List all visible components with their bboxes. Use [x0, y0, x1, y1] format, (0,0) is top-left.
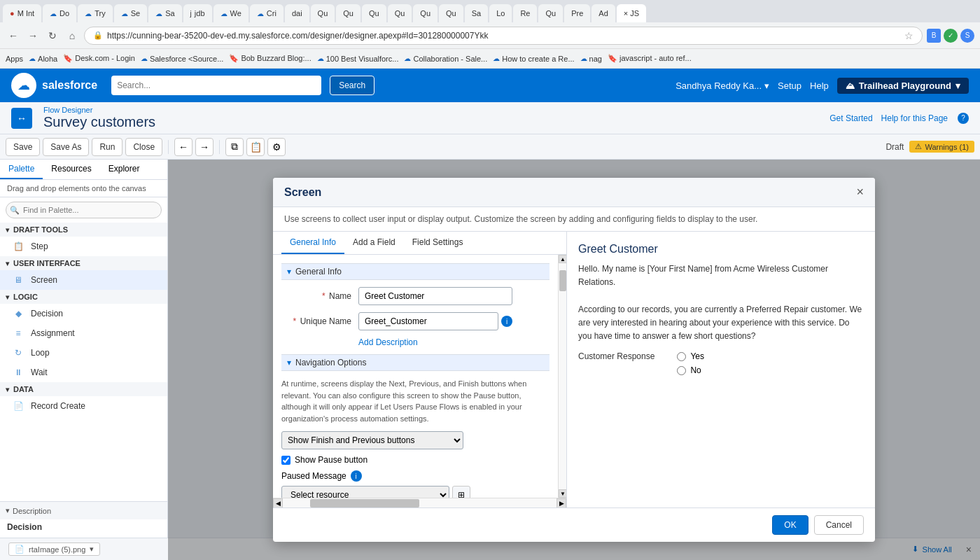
help-page-link[interactable]: Help for this Page — [881, 113, 948, 123]
sf-username: Sandhya Reddy Ka... — [676, 80, 762, 91]
v-scroll-down-btn[interactable]: ▼ — [559, 489, 566, 498]
name-input[interactable] — [358, 287, 512, 305]
tab-qu2[interactable]: Qu — [336, 4, 360, 22]
salesforce-cloud-icon: ☁ — [18, 78, 30, 93]
redo-button[interactable]: → — [195, 138, 214, 156]
bookmark-desk[interactable]: 🔖 Desk.com - Login — [63, 54, 135, 63]
nav-dropdown[interactable]: Show Finish and Previous buttonsShow Pre… — [281, 431, 463, 449]
name-row: * Name — [281, 287, 550, 305]
sf-trailhead-btn[interactable]: ⛰ Trailhead Playground ▾ — [837, 78, 969, 94]
unique-name-input[interactable] — [358, 312, 498, 330]
sf-user-menu[interactable]: Sandhya Reddy Ka... ▾ — [676, 80, 769, 91]
resource-format-btn[interactable]: ⊞ — [452, 486, 470, 498]
warnings-badge[interactable]: ⚠ Warnings (1) — [909, 141, 974, 153]
back-btn[interactable]: ← — [6, 28, 21, 43]
modal-tab-general[interactable]: General Info — [281, 232, 344, 254]
record-create-label: Record Create — [31, 401, 85, 411]
sf-help-link[interactable]: Help — [810, 80, 829, 91]
bottom-file-dropdown[interactable]: ▾ — [90, 545, 94, 554]
palette-item-record-create[interactable]: 📄 Record Create — [0, 396, 167, 416]
paused-msg-info-icon[interactable]: i — [351, 470, 362, 482]
tab-qu1[interactable]: Qu — [311, 4, 335, 22]
tab-gmail[interactable]: ● M Int — [3, 4, 41, 22]
run-button[interactable]: Run — [92, 138, 122, 156]
tab-re[interactable]: Re — [513, 4, 537, 22]
palette-item-loop[interactable]: ↻ Loop — [0, 343, 167, 363]
cancel-button[interactable]: Cancel — [814, 515, 864, 535]
close-button[interactable]: Close — [125, 138, 162, 156]
ok-button[interactable]: OK — [772, 515, 808, 535]
paste-button[interactable]: 📋 — [246, 138, 265, 156]
modal-tab-add-field[interactable]: Add a Field — [344, 232, 404, 254]
tab-lo[interactable]: Lo — [489, 4, 512, 22]
bookmark-apps[interactable]: Apps — [6, 55, 23, 63]
palette-item-step[interactable]: 📋 Step — [0, 237, 167, 256]
tab-qu5[interactable]: Qu — [413, 4, 438, 22]
h-scroll-left-btn[interactable]: ◀ — [273, 498, 283, 508]
save-as-button[interactable]: Save As — [43, 138, 89, 156]
tab-se[interactable]: ☁ Se — [114, 4, 147, 22]
tab-try[interactable]: ☁ Try — [78, 4, 112, 22]
tab-resources[interactable]: Resources — [43, 160, 99, 179]
v-scroll-up-btn[interactable]: ▲ — [559, 255, 566, 263]
palette-item-decision[interactable]: ◆ Decision — [0, 304, 167, 323]
section-user-interface[interactable]: ▾ USER INTERFACE — [0, 256, 167, 270]
tab-active[interactable]: × JS — [617, 4, 646, 22]
h-scroll-right-btn[interactable]: ▶ — [556, 498, 566, 508]
bookmark-howto[interactable]: ☁ How to create a Re... — [493, 55, 574, 63]
tab-do[interactable]: ☁ Do — [43, 4, 76, 22]
home-btn[interactable]: ⌂ — [64, 28, 80, 43]
palette-search-input[interactable] — [6, 202, 162, 218]
radio-yes-input[interactable] — [677, 352, 686, 361]
section-logic[interactable]: ▾ LOGIC — [0, 290, 167, 304]
tab-sa[interactable]: ☁ Sa — [148, 4, 181, 22]
bookmark-sf-source[interactable]: ☁ Salesforce <Source... — [141, 55, 223, 63]
left-panel: Palette Resources Explorer Drag and drop… — [0, 160, 168, 560]
sf-nav-right: Sandhya Reddy Ka... ▾ Setup Help ⛰ Trail… — [676, 78, 969, 94]
tab-ad[interactable]: Ad — [592, 4, 615, 22]
radio-no-input[interactable] — [677, 366, 686, 375]
tab-dai[interactable]: dai — [285, 4, 309, 22]
desc-header[interactable]: ▾ Description — [0, 502, 167, 519]
forward-btn[interactable]: → — [25, 28, 41, 43]
bookmark-js[interactable]: 🔖 javascript - auto ref... — [608, 54, 692, 63]
tab-palette[interactable]: Palette — [0, 160, 43, 179]
tab-pre[interactable]: Pre — [564, 4, 590, 22]
save-button[interactable]: Save — [6, 138, 40, 156]
warning-icon: ⚠ — [915, 142, 922, 151]
sf-setup-link[interactable]: Setup — [778, 80, 802, 91]
bookmark-aloha[interactable]: ☁ Aloha — [29, 55, 57, 63]
bookmark-nag[interactable]: ☁ nag — [580, 55, 602, 63]
get-started-link[interactable]: Get Started — [830, 113, 872, 123]
tab-qu6[interactable]: Qu — [439, 4, 463, 22]
tab-qu4[interactable]: Qu — [388, 4, 412, 22]
bookmark-collab[interactable]: ☁ Collaboration - Sale... — [404, 55, 487, 63]
tab-sa2[interactable]: Sa — [465, 4, 488, 22]
palette-item-wait[interactable]: ⏸ Wait — [0, 363, 167, 382]
refresh-btn[interactable]: ↻ — [45, 28, 60, 43]
show-pause-checkbox[interactable] — [281, 456, 290, 465]
palette-item-assignment[interactable]: ≡ Assignment — [0, 323, 167, 343]
tab-qu3[interactable]: Qu — [362, 4, 386, 22]
modal-close-btn[interactable]: × — [856, 185, 864, 200]
copy-button[interactable]: ⧉ — [225, 138, 244, 156]
tab-jdb[interactable]: j jdb — [183, 4, 212, 22]
resource-select[interactable]: Select resource — [281, 486, 449, 498]
bookmark-icon[interactable]: ☆ — [904, 30, 913, 41]
add-description-link[interactable]: Add Description — [358, 337, 418, 347]
section-draft-tools[interactable]: ▾ DRAFT TOOLS — [0, 223, 167, 237]
bookmark-bob[interactable]: 🔖 Bob Buzzard Blog:... — [229, 54, 311, 63]
sf-search-input[interactable] — [111, 76, 321, 95]
unique-name-info-icon[interactable]: i — [501, 316, 512, 327]
settings-button[interactable]: ⚙ — [267, 138, 286, 156]
tab-explorer[interactable]: Explorer — [100, 160, 148, 179]
section-data[interactable]: ▾ DATA — [0, 382, 167, 396]
sf-search-button[interactable]: Search — [330, 76, 374, 95]
bookmark-vf[interactable]: ☁ 100 Best Visualforc... — [317, 55, 399, 63]
tab-we[interactable]: ☁ We — [214, 4, 248, 22]
tab-cri[interactable]: ☁ Cri — [250, 4, 284, 22]
modal-tab-field-settings[interactable]: Field Settings — [404, 232, 472, 254]
tab-qu7[interactable]: Qu — [538, 4, 563, 22]
undo-button[interactable]: ← — [174, 138, 192, 156]
palette-item-screen[interactable]: 🖥 Screen — [0, 270, 167, 290]
